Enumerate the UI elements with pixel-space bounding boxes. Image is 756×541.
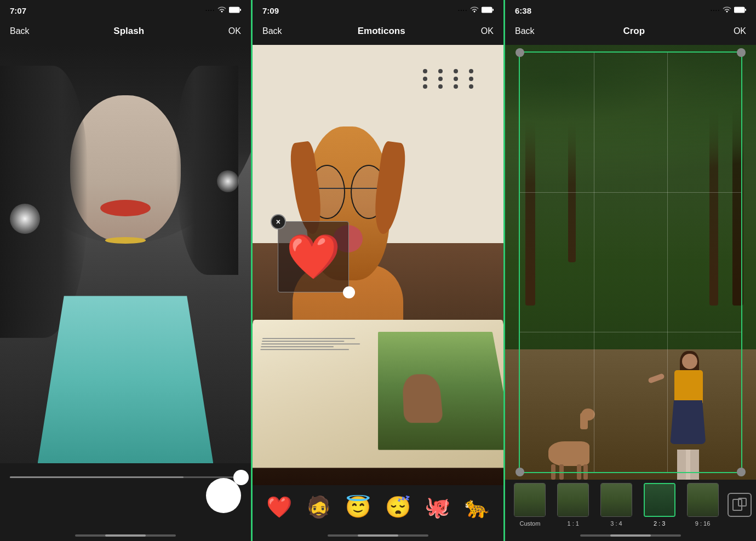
ratio-label-2-3: 2 : 3: [654, 520, 665, 527]
image-area-1: [0, 45, 251, 463]
ratio-thumb-custom: [514, 483, 546, 517]
emoji-leopard[interactable]: 🐆: [464, 495, 490, 519]
aspect-ratio-icon: [732, 497, 747, 513]
battery-icon-1: [229, 5, 241, 15]
emoji-man[interactable]: 🧔: [306, 495, 331, 519]
status-time-3: 6:38: [515, 6, 531, 15]
crop-panel: 6:38 ···· Back Crop OK: [505, 0, 756, 541]
bokeh-left: [10, 204, 40, 234]
ratio-custom[interactable]: Custom: [509, 483, 551, 527]
dog-scene: × ❤️: [253, 45, 503, 485]
status-bar-1: 7:07 ····: [0, 0, 251, 19]
close-icon: ×: [276, 217, 280, 226]
emoji-tray: ❤️ 🧔 😇 😴 🐙 🐆: [253, 485, 503, 534]
ratio-label-1-1: 1 : 1: [567, 520, 579, 527]
book: [253, 320, 503, 468]
ok-button-2[interactable]: OK: [481, 26, 494, 36]
scroll-indicator-1: [75, 534, 175, 537]
ratio-label-3-4: 3 : 4: [610, 520, 622, 527]
emoji-halo[interactable]: 😇: [345, 495, 371, 519]
nav-title-2: Emoticons: [358, 26, 405, 37]
emoji-octopus[interactable]: 🐙: [425, 495, 450, 519]
ratio-thumb-img-custom: [514, 484, 545, 516]
big-circle-button[interactable]: [206, 478, 241, 513]
status-icons-1: ····: [205, 5, 241, 15]
svg-rect-3: [492, 9, 494, 11]
crop-ratio-bar: Custom 1 : 1 3 : 4 2 : 3: [505, 480, 756, 534]
ratio-thumb-img-1-1: [558, 484, 588, 516]
resize-handle[interactable]: [343, 286, 355, 298]
ratio-thumb-9-16: [687, 483, 719, 517]
svg-rect-1: [240, 9, 241, 11]
image-area-2[interactable]: × ❤️: [253, 45, 503, 485]
svg-rect-4: [734, 7, 744, 13]
ratio-1-1[interactable]: 1 : 1: [553, 483, 594, 527]
bokeh-right: [217, 170, 239, 192]
image-area-3: [505, 45, 756, 480]
heart-emoji: ❤️: [286, 235, 341, 279]
ratio-thumb-1-1: [557, 483, 589, 517]
ratio-3-4[interactable]: 3 : 4: [596, 483, 637, 527]
nav-bar-2: Back Emoticons OK: [253, 19, 503, 45]
ratio-thumb-2-3: [644, 483, 675, 517]
wall-chart: [421, 67, 484, 199]
scroll-indicator-fill-2: [358, 534, 398, 537]
back-button-2[interactable]: Back: [262, 26, 282, 36]
battery-icon-3: [734, 5, 746, 15]
nav-title-3: Crop: [623, 26, 645, 37]
splash-panel: 7:07 ···· Back Splash OK: [0, 0, 253, 541]
ratio-label-9-16: 9 : 16: [695, 520, 711, 527]
status-time-2: 7:09: [262, 6, 279, 15]
crop-corner-tr[interactable]: [737, 48, 746, 57]
scroll-indicator-2: [328, 534, 428, 537]
brush-slider-track: [10, 476, 241, 478]
status-icons-2: ····: [457, 5, 494, 15]
woman-portrait: [0, 45, 251, 463]
status-bar-3: 6:38 ····: [505, 0, 756, 19]
ratio-thumb-img-2-3: [645, 484, 674, 516]
ratio-2-3[interactable]: 2 : 3: [639, 483, 680, 527]
crop-overlay: [519, 51, 742, 473]
aspect-ratio-icon-button[interactable]: [728, 493, 752, 517]
emoji-sleeping[interactable]: 😴: [385, 495, 411, 519]
wifi-icon-2: [470, 5, 479, 15]
nav-bar-3: Back Crop OK: [505, 19, 756, 45]
status-icons-3: ····: [710, 5, 746, 15]
signal-icon-1: ····: [205, 5, 215, 15]
emoji-heart[interactable]: ❤️: [266, 495, 292, 519]
ratio-label-custom: Custom: [519, 520, 540, 527]
ok-button-1[interactable]: OK: [228, 26, 241, 36]
scroll-indicator-fill-1: [105, 534, 145, 537]
brush-slider-thumb[interactable]: [233, 470, 249, 485]
back-button-1[interactable]: Back: [10, 26, 30, 36]
heart-overlay[interactable]: × ❤️: [278, 221, 349, 292]
ratio-thumb-img-9-16: [688, 484, 718, 516]
crop-corner-tl[interactable]: [516, 48, 524, 57]
crop-corner-br[interactable]: [737, 468, 746, 476]
crop-corner-bl[interactable]: [516, 468, 524, 476]
ratio-9-16[interactable]: 9 : 16: [682, 483, 723, 527]
wifi-icon-1: [217, 5, 226, 15]
signal-icon-3: ····: [710, 5, 720, 15]
nav-title-1: Splash: [113, 26, 144, 37]
svg-rect-5: [745, 9, 746, 11]
svg-rect-6: [733, 499, 742, 510]
nav-bar-1: Back Splash OK: [0, 19, 251, 45]
forest-scene: [505, 45, 756, 480]
status-time-1: 7:07: [10, 6, 26, 15]
brush-slider-fill: [10, 476, 184, 478]
brush-slider-container: [10, 472, 241, 482]
svg-rect-0: [229, 7, 239, 13]
emoticons-panel: 7:09 ···· Back Emoticons OK: [253, 0, 505, 541]
signal-icon-2: ····: [457, 5, 467, 15]
wifi-icon-3: [723, 5, 731, 15]
back-button-3[interactable]: Back: [515, 26, 535, 36]
ok-button-3[interactable]: OK: [734, 26, 746, 36]
ratio-thumb-3-4: [600, 483, 632, 517]
scroll-indicator-fill-3: [610, 534, 650, 537]
ratio-thumb-img-3-4: [601, 484, 632, 516]
bottom-controls-1: [0, 463, 251, 534]
close-emoji-button[interactable]: ×: [271, 214, 286, 229]
status-bar-2: 7:09 ····: [253, 0, 503, 19]
svg-rect-2: [482, 7, 492, 13]
